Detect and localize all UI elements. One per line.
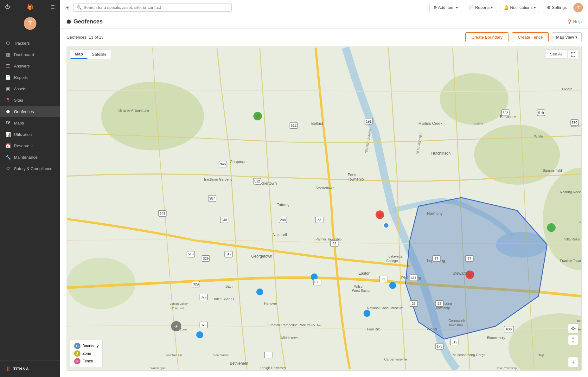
notifications-button[interactable]: 🔔 Notifications ▾	[500, 3, 540, 12]
svg-point-4	[543, 168, 581, 271]
svg-text:Summerfield: Summerfield	[543, 169, 562, 172]
svg-text:Villa Roller Rink: Villa Roller Rink	[564, 237, 581, 241]
svg-text:636: 636	[506, 327, 512, 331]
svg-point-9	[375, 210, 384, 219]
svg-text:512: 512	[254, 179, 260, 183]
settings-button[interactable]: ⚙ Settings	[543, 3, 571, 12]
add-item-button[interactable]: ⊕ Add Item ▾	[429, 3, 462, 12]
sidebar-label-utilization: Utilization	[14, 132, 32, 137]
content-area: Geofences: 13 of 13 Create Boundary Crea…	[60, 29, 588, 377]
svg-text:Hutchinson: Hutchinson	[431, 151, 451, 156]
create-boundary-button[interactable]: Create Boundary	[465, 32, 508, 42]
svg-text:987: 987	[209, 196, 215, 200]
svg-text:Chapman: Chapman	[230, 160, 246, 164]
svg-rect-131	[451, 339, 458, 345]
svg-text:Harmony: Harmony	[427, 211, 443, 216]
svg-rect-103	[316, 217, 323, 223]
svg-text:Wilson: Wilson	[354, 284, 364, 288]
filter-icon[interactable]: ⊞	[65, 4, 69, 10]
gear-icon: ⚙	[547, 5, 551, 10]
svg-rect-125	[436, 300, 443, 306]
legend-zone: Z Zone	[74, 350, 99, 357]
svg-text:23: 23	[412, 302, 416, 305]
svg-text:Belvidere: Belvidere	[500, 115, 516, 119]
sidebar-item-reports[interactable]: 📄 Reports	[0, 72, 60, 83]
sidebar-item-reserve-it[interactable]: 📅 Reserve It	[0, 140, 60, 151]
menu-icon[interactable]: ☰	[48, 3, 57, 11]
map-view-button[interactable]: Map View ▾	[552, 32, 582, 42]
locate-button[interactable]	[568, 323, 578, 334]
search-box[interactable]: 🔍	[73, 3, 232, 12]
see-all-button[interactable]: See All	[545, 49, 567, 59]
maintenance-icon: 🔧	[5, 154, 11, 160]
avatar[interactable]: T	[24, 17, 36, 30]
svg-text:57: 57	[468, 257, 471, 260]
search-input[interactable]	[84, 5, 228, 10]
sidebar-item-utilization[interactable]: 📊 Utilization	[0, 129, 60, 140]
gift-icon[interactable]: 🎁	[26, 3, 35, 11]
svg-rect-129	[436, 343, 443, 349]
page-header: ⬟ Geofences ❓ Help	[60, 15, 588, 29]
svg-text:Washington Twp.: Washington Twp.	[571, 124, 581, 127]
svg-point-12	[466, 271, 474, 279]
svg-point-18	[196, 331, 203, 338]
svg-text:Middletown: Middletown	[281, 336, 299, 340]
svg-rect-0	[67, 48, 581, 369]
tab-map[interactable]: Map	[70, 50, 87, 59]
svg-text:946: 946	[220, 162, 226, 166]
sidebar-item-safety[interactable]: 🛡 Safety & Compliance	[0, 163, 60, 174]
main-content: ⊞ 🔍 ⊕ Add Item ▾ 📄 Reports ▾ 🔔 Notificat…	[60, 0, 588, 377]
svg-text:Lafayette: Lafayette	[388, 254, 402, 258]
svg-text:Oxford: Oxford	[562, 87, 572, 91]
svg-rect-101	[279, 217, 287, 223]
map-controls	[568, 323, 578, 345]
fullscreen-button[interactable]	[568, 49, 578, 60]
sidebar-item-trackers[interactable]: ⬡ Trackers	[0, 37, 60, 49]
sidebar-label-assets: Assets	[14, 86, 26, 91]
sidebar-item-sites[interactable]: 📍 Sites	[0, 94, 60, 106]
sidebar-item-dashboard[interactable]: ▦ Dashboard	[0, 49, 60, 60]
svg-text:Sky Zone: Sky Zone	[174, 328, 187, 331]
help-link[interactable]: ❓ Help	[567, 19, 582, 24]
sidebar-item-geofences[interactable]: ⬟ Geofences	[0, 106, 60, 117]
sidebar-item-maintenance[interactable]: 🔧 Maintenance	[0, 151, 60, 163]
svg-text:PENNSYLVANIA: PENNSYLVANIA	[364, 129, 372, 155]
sidebar-item-assets[interactable]: ▣ Assets	[0, 83, 60, 94]
svg-rect-154	[502, 110, 509, 116]
svg-rect-123	[410, 300, 418, 306]
svg-text:248: 248	[280, 218, 286, 222]
power-icon[interactable]: ⏻	[3, 3, 12, 11]
tab-satellite[interactable]: Satellite	[87, 50, 111, 59]
sidebar-item-answers[interactable]: ☰ Answers	[0, 60, 60, 72]
svg-text:Bethlehem: Bethlehem	[230, 361, 248, 366]
svg-rect-107	[380, 276, 387, 282]
reports-chevron: ▾	[491, 5, 493, 10]
sidebar-item-maps[interactable]: 🗺 Maps	[0, 117, 60, 129]
toolbar-right: Create Boundary Create Fence Map View ▾	[465, 32, 582, 42]
zoom-plus-button[interactable]: +	[568, 357, 578, 367]
search-icon: 🔍	[77, 5, 82, 10]
person-icon-button[interactable]	[568, 335, 578, 345]
svg-text:Lehigh Valley: Lehigh Valley	[170, 302, 188, 305]
svg-text:🌿: 🌿	[255, 114, 260, 119]
reserve-icon: 📅	[5, 143, 11, 149]
map-container[interactable]: 🌿 ✈ Forks Township Stockertown	[67, 46, 582, 371]
svg-text:530: 530	[572, 121, 577, 125]
svg-text:519: 519	[451, 340, 457, 344]
user-avatar[interactable]: T	[573, 3, 583, 12]
svg-text:Graver Arboretum: Graver Arboretum	[118, 108, 149, 113]
svg-text:Fountain Hill: Fountain Hill	[165, 353, 182, 357]
map-svg: 🌿 ✈ Forks Township Stockertown	[67, 46, 581, 370]
content-toolbar: Geofences: 13 of 13 Create Boundary Crea…	[60, 29, 588, 46]
svg-text:22: 22	[332, 242, 336, 246]
create-fence-button[interactable]: Create Fence	[512, 32, 549, 42]
zone-icon: Z	[74, 350, 80, 357]
reports-button[interactable]: 📄 Reports ▾	[465, 3, 497, 12]
svg-text:Bloomsbury: Bloomsbury	[487, 336, 505, 340]
sidebar-label-sites: Sites	[14, 98, 23, 103]
sidebar-label-maintenance: Maintenance	[14, 155, 37, 160]
svg-text:Stewartsville: Stewartsville	[453, 271, 475, 276]
svg-text:519: 519	[538, 111, 544, 115]
sidebar-label-trackers: Trackers	[14, 41, 30, 46]
svg-text:611: 611	[411, 276, 417, 280]
